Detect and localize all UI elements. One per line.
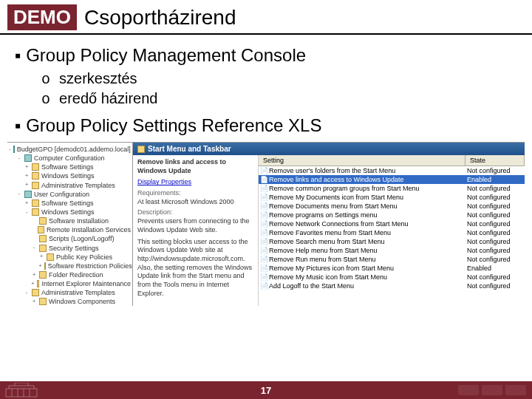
- tree-item[interactable]: +Windows Settings: [24, 171, 131, 180]
- folder-icon: [32, 163, 39, 171]
- sub-edit: szerkesztés: [41, 70, 517, 88]
- list-row[interactable]: 📄Add Logoff to the Start MenuNot configu…: [259, 282, 525, 290]
- setting-name: Remove Help menu from Start Menu: [269, 247, 467, 254]
- folder-icon: [137, 146, 145, 153]
- setting-icon: 📄: [259, 202, 269, 210]
- setting-icon: 📄: [259, 194, 269, 201]
- setting-name: Remove Network Connections from Start Me…: [269, 220, 467, 228]
- right-pane: Start Menu and Taskbar Remove links and …: [133, 143, 525, 306]
- setting-name: Add Logoff to the Start Menu: [269, 282, 467, 290]
- setting-name: Remove user's folders from the Start Men…: [269, 167, 467, 174]
- setting-icon: 📄: [259, 211, 269, 219]
- tree-root[interactable]: -BudgetGPO [demodc01.addemo.local] Polic…: [9, 145, 131, 154]
- tree-item[interactable]: +Public Key Policies: [38, 253, 131, 262]
- list-row[interactable]: 📄Remove user's folders from the Start Me…: [259, 166, 525, 175]
- tree-item[interactable]: Scripts (Logon/Logoff): [31, 234, 131, 243]
- logo-icon: [505, 385, 526, 395]
- list-row[interactable]: 📄Remove Documents menu from Start MenuNo…: [259, 202, 525, 211]
- tree-item[interactable]: +Internet Explorer Maintenance: [31, 279, 131, 288]
- folder-icon: [39, 298, 47, 305]
- setting-icon: 📄: [259, 185, 269, 192]
- setting-name: Remove My Music icon from Start Menu: [269, 273, 467, 281]
- setting-icon: 📄: [259, 273, 269, 281]
- tree-item[interactable]: +Folder Redirection: [31, 270, 131, 279]
- slide-body: Group Policy Management Console szerkesz…: [0, 35, 532, 136]
- tree-pane[interactable]: -BudgetGPO [demodc01.addemo.local] Polic…: [7, 143, 133, 306]
- description-pane: Remove links and access to Windows Updat…: [133, 155, 259, 306]
- settings-list[interactable]: Setting State 📄Remove user's folders fro…: [259, 155, 525, 306]
- logo-icon: [458, 385, 479, 395]
- list-header[interactable]: Setting State: [259, 155, 525, 166]
- setting-state: Not configured: [467, 202, 525, 210]
- list-row[interactable]: 📄Remove Search menu from Start MenuNot c…: [259, 237, 525, 246]
- display-properties-link[interactable]: Display Properties: [137, 178, 253, 187]
- setting-icon: 📄: [259, 167, 269, 174]
- folder-icon: [39, 271, 47, 279]
- setting-name: Remove common program groups from Start …: [269, 185, 467, 192]
- setting-state: Not configured: [467, 167, 525, 174]
- setting-name: Remove programs on Settings menu: [269, 211, 467, 219]
- list-row[interactable]: 📄Remove My Pictures icon from Start Menu…: [259, 264, 525, 273]
- setting-state: Not configured: [467, 247, 525, 254]
- description-text: This setting blocks user access to the W…: [137, 238, 253, 299]
- setting-state: Not configured: [467, 194, 525, 201]
- pane-header: Start Menu and Taskbar: [133, 143, 525, 155]
- setting-name: Remove My Pictures icon from Start Menu: [269, 265, 467, 272]
- gpmc-screenshot: -BudgetGPO [demodc01.addemo.local] Polic…: [7, 142, 525, 306]
- setting-name: Remove Search menu from Start Menu: [269, 238, 467, 245]
- tree-item[interactable]: +Administrative Templates: [24, 181, 131, 190]
- computer-icon: [24, 154, 32, 162]
- list-row[interactable]: 📄Remove links and access to Windows Upda…: [259, 175, 525, 184]
- description-text: Prevents users from connecting to the Wi…: [137, 217, 253, 234]
- setting-icon: 📄: [259, 176, 269, 183]
- description-label: Description:: [137, 208, 253, 217]
- setting-state: Not configured: [467, 273, 525, 281]
- list-row[interactable]: 📄Remove My Music icon from Start MenuNot…: [259, 273, 525, 282]
- bullet-gpmc: Group Policy Management Console: [15, 45, 517, 66]
- tree-item[interactable]: -Administrative Templates: [24, 288, 131, 297]
- tree-item[interactable]: +Software Settings: [24, 163, 131, 171]
- folder-icon: [39, 217, 47, 225]
- tree-computer-config[interactable]: -Computer Configuration: [16, 154, 131, 163]
- tree-item[interactable]: +Software Restriction Policies: [38, 262, 131, 270]
- svg-rect-0: [6, 389, 37, 397]
- col-setting[interactable]: Setting: [259, 155, 466, 166]
- pane-title: Start Menu and Taskbar: [148, 145, 231, 153]
- tree-item[interactable]: Remote Installation Services: [31, 225, 131, 234]
- folder-icon: [39, 245, 47, 252]
- building-logo: [4, 383, 38, 398]
- setting-state: Enabled: [467, 265, 525, 272]
- setting-icon: 📄: [259, 229, 269, 236]
- folder-icon: [44, 262, 46, 270]
- list-row[interactable]: 📄Remove Help menu from Start MenuNot con…: [259, 246, 525, 255]
- tree-user-config[interactable]: -User Configuration: [16, 190, 131, 199]
- user-icon: [24, 191, 32, 198]
- list-row[interactable]: 📄Remove Network Connections from Start M…: [259, 219, 525, 228]
- tree-item[interactable]: -Security Settings: [31, 244, 131, 253]
- folder-icon: [32, 182, 39, 189]
- setting-icon: 📄: [259, 282, 269, 290]
- setting-name: Remove My Documents icon from Start Menu: [269, 194, 467, 201]
- setting-state: Not configured: [467, 220, 525, 228]
- setting-icon: 📄: [259, 238, 269, 245]
- setting-state: Not configured: [467, 282, 525, 290]
- slide-footer: 17: [0, 381, 532, 399]
- folder-icon: [32, 289, 39, 296]
- setting-name: Remove Documents menu from Start Menu: [269, 202, 467, 210]
- list-row[interactable]: 📄Remove programs on Settings menuNot con…: [259, 211, 525, 219]
- tree-item[interactable]: -Windows Settings: [24, 208, 131, 216]
- slide-header: DEMO Csoportházirend: [0, 0, 532, 35]
- list-row[interactable]: 📄Remove Run menu from Start MenuNot conf…: [259, 255, 525, 264]
- col-state[interactable]: State: [466, 155, 525, 166]
- setting-state: Not configured: [467, 238, 525, 245]
- tree-item[interactable]: +Software Settings: [24, 199, 131, 208]
- tree-item[interactable]: Software Installation: [31, 216, 131, 225]
- list-row[interactable]: 📄Remove My Documents icon from Start Men…: [259, 193, 525, 202]
- list-row[interactable]: 📄Remove Favorites menu from Start MenuNo…: [259, 228, 525, 237]
- tree-item[interactable]: +Windows Components: [31, 297, 131, 306]
- list-row[interactable]: 📄Remove common program groups from Start…: [259, 184, 525, 193]
- requirements-label: Requirements:: [137, 189, 253, 198]
- setting-icon: 📄: [259, 220, 269, 228]
- setting-name: Remove links and access to Windows Updat…: [269, 176, 467, 183]
- setting-state: Not configured: [467, 256, 525, 263]
